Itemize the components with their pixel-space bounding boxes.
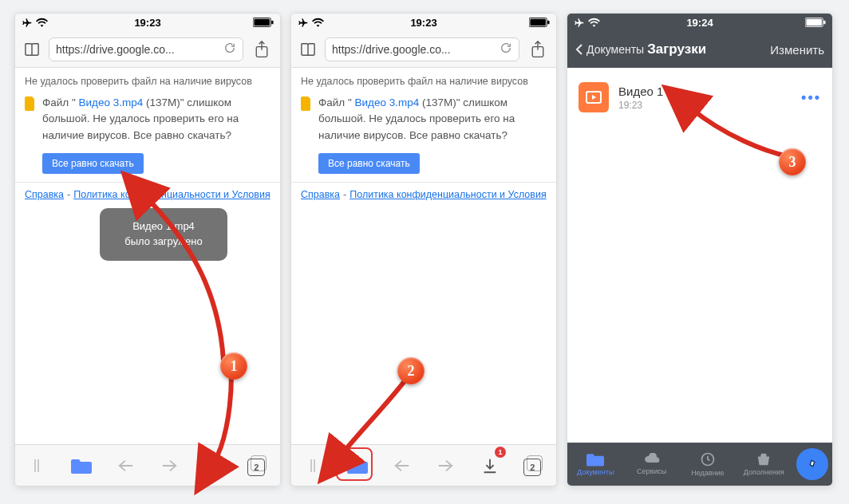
back-button[interactable]: Документы [575, 43, 644, 56]
file-row[interactable]: Видео 1 19:23 ••• [567, 74, 832, 120]
airplane-icon [574, 17, 585, 28]
downloads-file-list: Видео 1 19:23 ••• [567, 68, 832, 127]
privacy-link[interactable]: Политика конфиденциальности и Условия [349, 189, 546, 200]
airplane-icon [298, 17, 309, 28]
tab-services[interactable]: Сервисы [628, 453, 676, 475]
status-bar: 19:24 [567, 14, 832, 31]
bookmarks-icon[interactable] [298, 39, 318, 60]
sidebar-toggle-icon[interactable] [296, 450, 331, 482]
share-icon[interactable] [526, 37, 550, 61]
reload-icon[interactable] [500, 41, 512, 57]
phone-screen-3: 19:24 Документы Загрузки Изменить Видео … [567, 13, 833, 486]
status-bar: 19:23 [15, 14, 280, 31]
app-tabbar: Документы Сервисы Недавние Дополнения [567, 443, 832, 486]
folder-icon[interactable] [64, 450, 99, 482]
bookmarks-icon[interactable] [22, 39, 42, 60]
app-header: Документы Загрузки Изменить [567, 31, 832, 68]
svg-rect-7 [547, 21, 549, 25]
download-count-badge: 1 [495, 447, 506, 458]
status-time: 19:24 [686, 17, 713, 29]
status-time: 19:23 [134, 17, 160, 29]
phone-screen-1: 19:23 https://drive.google.co... Не удал… [14, 13, 281, 486]
tabs-icon[interactable]: 2 [240, 450, 275, 482]
help-link[interactable]: Справка [25, 189, 64, 200]
browser-toolbar: 2 [15, 444, 280, 486]
download-progress-icon[interactable] [196, 450, 231, 482]
svg-rect-11 [823, 21, 825, 25]
footer-links: Справка-Политика конфиденциальности и Ус… [291, 183, 556, 207]
status-bar: 19:23 [291, 14, 556, 31]
svg-rect-6 [530, 19, 546, 26]
svg-rect-1 [254, 19, 270, 26]
download-complete-toast: Видео 1.mp4 было загружено [100, 208, 227, 261]
privacy-link[interactable]: Политика конфиденциальности и Условия [73, 189, 270, 200]
status-time: 19:23 [410, 17, 436, 29]
file-link[interactable]: Видео 3.mp4 [76, 96, 146, 108]
folder-icon[interactable] [340, 450, 375, 482]
wifi-icon [312, 18, 324, 27]
virus-warning-heading: Не удалось проверить файл на наличие вир… [15, 68, 280, 87]
battery-icon [529, 18, 550, 27]
page-content: Не удалось проверить файл на наличие вир… [15, 68, 280, 444]
help-link[interactable]: Справка [301, 189, 340, 200]
virus-warning-message: Файл " Видео 3.mp4 (137M)" слишком больш… [42, 95, 270, 144]
sidebar-toggle-icon[interactable] [20, 450, 55, 482]
download-anyway-button[interactable]: Все равно скачать [42, 153, 144, 174]
address-bar: https://drive.google.co... [15, 31, 280, 68]
url-text: https://drive.google.co... [332, 43, 451, 56]
virus-warning-message: Файл " Видео 3.mp4 (137M)" слишком больш… [318, 95, 547, 144]
screen-title: Загрузки [647, 41, 770, 57]
file-more-icon[interactable]: ••• [801, 89, 821, 106]
browser-toolbar: 1 2 [291, 444, 556, 486]
file-link[interactable]: Видео 3.mp4 [352, 96, 422, 108]
tab-documents[interactable]: Документы [571, 452, 619, 476]
url-field[interactable]: https://drive.google.co... [49, 37, 243, 61]
url-text: https://drive.google.co... [56, 43, 175, 56]
url-field[interactable]: https://drive.google.co... [325, 37, 519, 61]
wifi-icon [588, 18, 600, 27]
tab-recent[interactable]: Недавние [684, 451, 732, 477]
wifi-icon [36, 18, 48, 27]
video-file-icon [579, 82, 609, 112]
file-name: Видео 1 [618, 85, 792, 98]
file-time: 19:23 [618, 100, 792, 111]
file-warning-icon [301, 95, 312, 144]
page-content: Не удалось проверить файл на наличие вир… [291, 68, 556, 444]
edit-button[interactable]: Изменить [770, 43, 824, 57]
airplane-icon [22, 17, 33, 28]
virus-warning-heading: Не удалось проверить файл на наличие вир… [291, 68, 556, 87]
step-badge-2: 2 [397, 357, 424, 384]
back-arrow-icon[interactable] [384, 450, 419, 482]
tab-addons[interactable]: Дополнения [740, 452, 788, 476]
downloads-icon[interactable]: 1 [472, 450, 507, 482]
battery-icon [805, 18, 826, 27]
battery-icon [253, 18, 274, 27]
phone-screen-2: 19:23 https://drive.google.co... Не удал… [290, 13, 557, 486]
tabs-icon[interactable]: 2 [516, 450, 551, 482]
forward-arrow-icon[interactable] [152, 450, 188, 482]
svg-rect-2 [271, 21, 273, 25]
reload-icon[interactable] [223, 41, 236, 57]
svg-rect-10 [806, 19, 821, 26]
share-icon[interactable] [250, 37, 274, 61]
download-anyway-button[interactable]: Все равно скачать [318, 153, 420, 174]
step-badge-1: 1 [220, 352, 247, 380]
step-badge-3: 3 [779, 148, 806, 175]
forward-arrow-icon[interactable] [428, 450, 464, 482]
footer-links: Справка-Политика конфиденциальности и Ус… [15, 183, 280, 207]
address-bar: https://drive.google.co... [291, 31, 556, 68]
browser-compass-button[interactable] [796, 448, 828, 480]
back-arrow-icon[interactable] [108, 450, 143, 482]
file-warning-icon [25, 95, 36, 144]
